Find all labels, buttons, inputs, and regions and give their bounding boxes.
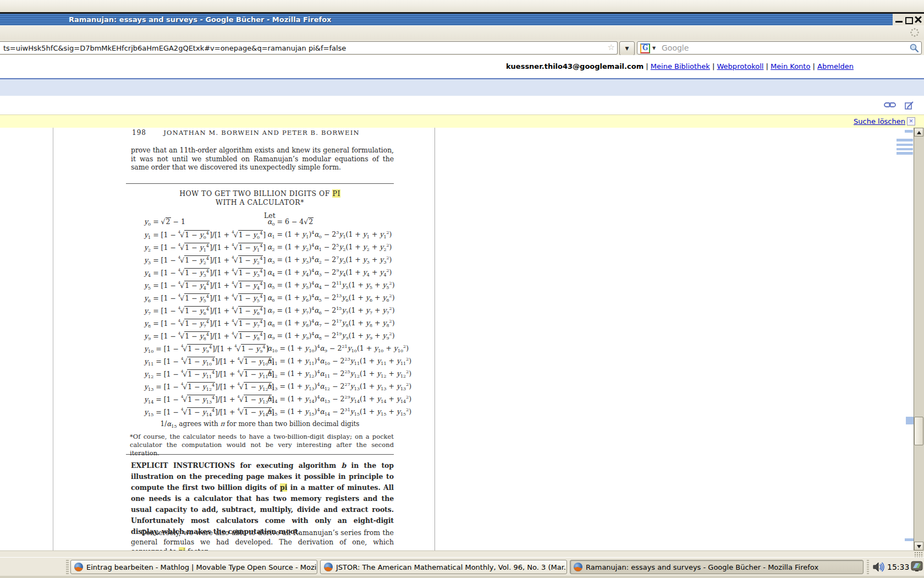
formula-row: y3 = [1 − 4√1 − y24]/[1 + 4√1 − y24]α3 =… xyxy=(53,254,434,266)
minimize-button[interactable] xyxy=(895,21,903,23)
paragraph: Conversely, we were also able to derive … xyxy=(131,528,394,550)
window-title: Ramanujan: essays and surveys - Google B… xyxy=(69,15,332,24)
page-right-edge xyxy=(435,128,435,550)
formula-row: y1 = [1 − 4√1 − y04]/[1 + 4√1 − y04]α1 =… xyxy=(53,228,434,241)
maximize-button[interactable] xyxy=(905,17,913,24)
firefox-icon xyxy=(574,563,582,571)
account-email: kuessner.thilo43@googlemail.com xyxy=(506,62,644,70)
search-input[interactable] xyxy=(661,42,894,53)
horizontal-rule xyxy=(126,183,394,184)
reader-toolbar-band xyxy=(0,96,924,114)
close-button[interactable] xyxy=(914,15,922,23)
formula-row: y10 = [1 − 4√1 − y94]/[1 + 4√1 − y94]α10… xyxy=(53,342,434,355)
vertical-scrollbar[interactable] xyxy=(914,128,924,550)
formula-row: y4 = [1 − 4√1 − y34]/[1 + 4√1 − y34]α4 =… xyxy=(53,266,434,279)
search-magnifier-icon[interactable] xyxy=(909,43,919,53)
search-engine-dropdown-icon[interactable]: ▼ xyxy=(652,46,656,51)
table-caption: 1/α15 agrees with π for more than two bi… xyxy=(126,420,394,429)
desktop-top-strip xyxy=(0,0,924,12)
search-hit-marker xyxy=(906,417,914,424)
search-hit-marker xyxy=(897,139,913,141)
screen-bottom-edge xyxy=(0,576,924,578)
account-bar: kuessner.thilo43@googlemail.com | Meine … xyxy=(0,55,924,78)
workspace-switcher-icon[interactable] xyxy=(911,561,923,572)
account-link[interactable]: Mein Konto xyxy=(771,62,810,70)
toolbar-strip xyxy=(0,25,924,40)
taskbar-button[interactable]: Ramanujan: essays and surveys - Google B… xyxy=(570,560,864,574)
clear-search-link[interactable]: Suche löschen xyxy=(854,117,905,126)
url-history-dropdown[interactable]: ▼ xyxy=(619,41,635,56)
search-hit-marker xyxy=(897,148,913,150)
chain-link-icon[interactable] xyxy=(884,101,896,108)
formula-row: y7 = [1 − 4√1 − y64]/[1 + 4√1 − y64]α7 =… xyxy=(53,304,434,317)
horizontal-rule xyxy=(126,454,394,455)
scroll-down-arrow[interactable] xyxy=(914,542,923,550)
taskbar-clock: 15:33 xyxy=(887,563,909,571)
formula-row: y8 = [1 − 4√1 − y74]/[1 + 4√1 − y74]α8 =… xyxy=(53,317,434,330)
taskbar-button-label: JSTOR: The American Mathematical Monthly… xyxy=(336,563,567,571)
bold-paragraph: EXPLICIT INSTRUCTIONS for executing algo… xyxy=(131,460,394,537)
paragraph: prove that an 11th-order algorithm exist… xyxy=(131,146,394,172)
account-link[interactable]: Webprotokoll xyxy=(717,62,764,70)
formula-row: y0 = √2 − 1α0 = 6 − 4√2 xyxy=(53,216,434,228)
resize-grip[interactable] xyxy=(914,552,923,557)
search-hit-marker xyxy=(905,538,914,541)
box-title: HOW TO GET TWO BILLION DIGITS OF PI xyxy=(126,189,394,198)
account-link[interactable]: Meine Bibliothek xyxy=(651,62,710,70)
search-bar[interactable]: G ▼ xyxy=(637,41,922,54)
firefox-icon xyxy=(74,563,83,571)
search-hit-marker xyxy=(905,130,913,133)
formula-row: y13 = [1 − 4√1 − y124]/[1 + 4√1 − y124]α… xyxy=(53,380,434,393)
taskbar-drag-handle[interactable] xyxy=(66,560,69,574)
formula-row: y11 = [1 − 4√1 − y104]/[1 + 4√1 − y104]α… xyxy=(53,355,434,368)
search-notice-band: Suche löschen ✕ xyxy=(0,114,924,129)
dismiss-notice-icon[interactable]: ✕ xyxy=(907,117,915,126)
box-subtitle: WITH A CALCULATOR* xyxy=(126,198,394,206)
taskbar-button-label: Ramanujan: essays and surveys - Google B… xyxy=(586,563,818,571)
book-page: 198 JONATHAN M. BORWEIN AND PETER B. BOR… xyxy=(53,128,434,550)
search-hit-marker xyxy=(897,152,913,155)
bookmark-star-icon[interactable]: ☆ xyxy=(608,42,615,52)
scroll-up-arrow[interactable] xyxy=(914,128,923,137)
formula-row: y2 = [1 − 4√1 − y14]/[1 + 4√1 − y14]α2 =… xyxy=(53,241,434,254)
formula-row: y5 = [1 − 4√1 − y44]/[1 + 4√1 − y44]α5 =… xyxy=(53,279,434,292)
taskbar-button[interactable]: JSTOR: The American Mathematical Monthly… xyxy=(320,560,567,574)
formula-row: y9 = [1 − 4√1 − y84]/[1 + 4√1 − y84]α9 =… xyxy=(53,330,434,342)
account-link[interactable]: Abmelden xyxy=(817,62,854,70)
formula-row: y14 = [1 − 4√1 − y134]/[1 + 4√1 − y134]α… xyxy=(53,393,434,406)
account-links: kuessner.thilo43@googlemail.com | Meine … xyxy=(506,62,854,70)
url-bar[interactable]: ☆ xyxy=(0,41,618,54)
firefox-icon xyxy=(324,563,333,571)
formula-row: y15 = [1 − 4√1 − y144]/[1 + 4√1 − y144]α… xyxy=(53,406,434,418)
google-logo-icon[interactable]: G xyxy=(640,43,650,53)
taskbar-button[interactable]: Eintrag bearbeiten - Mathlog | Movable T… xyxy=(70,560,317,574)
running-head: JONATHAN M. BORWEIN AND PETER B. BORWEIN xyxy=(131,129,392,137)
taskbar-button-label: Eintrag bearbeiten - Mathlog | Movable T… xyxy=(86,563,317,571)
volume-speaker-icon[interactable] xyxy=(872,561,886,572)
algorithm-table: y0 = √2 − 1α0 = 6 − 4√2 y1 = [1 − 4√1 − … xyxy=(53,216,434,418)
formula-row: y12 = [1 − 4√1 − y114]/[1 + 4√1 − y114]α… xyxy=(53,368,434,380)
google-books-header-band xyxy=(0,78,924,96)
write-review-pencil-icon[interactable] xyxy=(905,101,914,110)
activity-throbber-icon xyxy=(910,28,920,37)
scrollbar-thumb[interactable] xyxy=(914,417,923,445)
url-input[interactable] xyxy=(2,42,598,53)
formula-row: y6 = [1 − 4√1 − y54]/[1 + 4√1 − y54]α6 =… xyxy=(53,292,434,304)
taskbar: Eintrag bearbeiten - Mathlog | Movable T… xyxy=(0,557,924,576)
search-hit-marker xyxy=(897,144,913,146)
tray-separator xyxy=(867,560,869,574)
